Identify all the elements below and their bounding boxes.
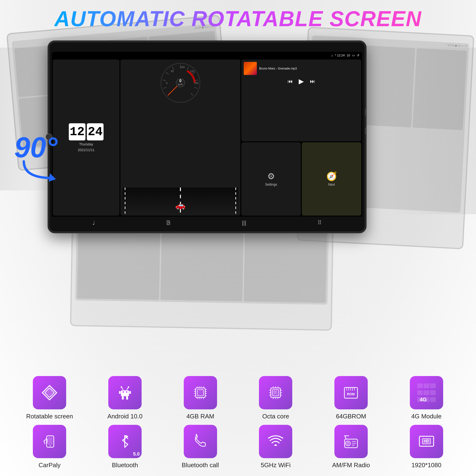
wifi-svg: [267, 434, 284, 449]
svg-point-33: [121, 386, 122, 388]
svg-rect-86: [352, 443, 356, 444]
degree-arrow: [19, 159, 67, 190]
svg-point-26: [126, 391, 127, 393]
features-section: Rotatable screen: [12, 376, 464, 474]
feature-icon-cpu: [259, 376, 292, 409]
status-home-icon: ⌂: [331, 53, 333, 57]
speedometer-svg: 0 60 100 120 160 0 km/h: [159, 61, 202, 104]
rom-svg: ROM: [343, 386, 359, 399]
svg-rect-27: [122, 396, 124, 400]
ram-svg: [192, 384, 209, 401]
nav-music-icon[interactable]: ♩: [92, 220, 95, 226]
svg-text:120: 120: [190, 70, 194, 73]
music-controls[interactable]: ⏮ ▶ ⏭: [244, 77, 359, 85]
svg-line-88: [345, 436, 346, 439]
speed-widget: 0 60 100 120 160 0 km/h 🚗: [120, 60, 240, 216]
svg-rect-24: [121, 390, 129, 396]
right-button-1[interactable]: [365, 108, 366, 116]
feature-radio: AM/FM Radio: [319, 425, 383, 469]
music-track: Bruno Mars - Grenade.mp3: [259, 67, 297, 70]
feature-icon-android: [108, 376, 142, 409]
bt-version-badge: 5.0: [133, 451, 140, 457]
feature-rom: ROM 64GBROM: [319, 376, 383, 420]
feature-carplay: CarPaly: [17, 425, 82, 469]
music-info: Bruno Mars - Grenade.mp3: [244, 62, 359, 75]
nav-apps-icon[interactable]: ⠿: [318, 220, 322, 226]
clock-digits: 12 24: [69, 123, 103, 140]
status-back-icon: ↺: [357, 53, 359, 57]
feature-ram: 4GB RAM: [168, 376, 233, 420]
svg-rect-67: [274, 391, 275, 392]
feature-label-4g: 4G Module: [411, 413, 442, 420]
features-row-1: Rotatable screen: [12, 376, 464, 420]
svg-rect-36: [197, 390, 204, 396]
feature-icon-carplay: [33, 425, 66, 458]
feature-icon-wifi: [259, 425, 292, 458]
svg-text:HD: HD: [424, 439, 429, 443]
feature-label-android: Android 10.0: [107, 413, 142, 420]
nav-equalizer-icon[interactable]: |||: [242, 220, 246, 226]
feature-label-ram: 4GB RAM: [186, 413, 214, 420]
svg-point-80: [50, 445, 51, 446]
feature-4g: 4G 4G Module: [394, 376, 459, 420]
svg-text:160: 160: [194, 82, 199, 85]
feature-icon-bluetooth: 5.0: [108, 425, 142, 458]
main-device: ⌂ * 12:24 10 ▭ ↺ 12 24 Thursday 2021/11/…: [48, 40, 367, 233]
svg-text:60: 60: [171, 70, 174, 73]
svg-point-83: [346, 441, 350, 446]
feature-hd: HD 1920*1080: [394, 425, 459, 469]
feature-label-hd: 1920*1080: [411, 461, 442, 469]
btcall-svg: [192, 434, 208, 449]
svg-text:0: 0: [166, 82, 168, 85]
car-icon: 🚗: [175, 200, 186, 210]
feature-btcall: Bluetooth call: [168, 425, 233, 469]
status-bar: ⌂ * 12:24 10 ▭ ↺: [52, 52, 362, 59]
nav-bluetooth-icon[interactable]: 𝔹: [166, 219, 171, 227]
svg-text:100: 100: [180, 66, 185, 68]
svg-text:0: 0: [179, 79, 182, 83]
svg-rect-69: [274, 392, 275, 394]
settings-tile[interactable]: ⚙ Settings: [241, 142, 301, 216]
feature-icon-rotatable: [33, 376, 66, 409]
clock-day: Thursday: [79, 142, 93, 146]
feature-label-rotatable: Rotatable screen: [26, 413, 73, 420]
feature-icon-hd: HD: [410, 425, 443, 458]
screen-content: ⌂ * 12:24 10 ▭ ↺ 12 24 Thursday 2021/11/…: [52, 52, 362, 229]
prev-button[interactable]: ⏮: [288, 78, 293, 85]
svg-rect-29: [119, 391, 121, 394]
feature-label-radio: AM/FM Radio: [332, 461, 370, 469]
svg-rect-28: [126, 396, 128, 400]
right-button-2[interactable]: [365, 127, 366, 135]
feature-cpu: Octa core: [243, 376, 308, 420]
album-art: [244, 62, 257, 75]
feature-label-btcall: Bluetooth call: [182, 461, 219, 469]
next-button[interactable]: ⏭: [310, 78, 315, 85]
carplay-svg: [42, 434, 57, 449]
svg-point-84: [347, 442, 349, 444]
svg-rect-68: [275, 391, 276, 392]
radio-svg: [343, 434, 359, 449]
svg-rect-79: [48, 437, 52, 445]
clock-hour: 12: [69, 123, 85, 140]
play-button[interactable]: ▶: [299, 77, 304, 85]
feature-label-cpu: Octa core: [262, 413, 289, 420]
feature-rotatable: Rotatable screen: [17, 376, 82, 420]
svg-text:km/h: km/h: [178, 83, 183, 86]
car-road: 🚗: [122, 187, 238, 214]
status-battery-icon: ▭: [352, 53, 355, 57]
feature-icon-btcall: [184, 425, 217, 458]
feature-label-rom: 64GBROM: [336, 413, 366, 420]
feature-icon-ram: [184, 376, 217, 409]
navi-tile[interactable]: 🧭 Navi: [302, 142, 361, 216]
cpu-svg: [267, 384, 284, 401]
svg-rect-85: [352, 441, 356, 442]
clock-minute: 24: [87, 123, 103, 140]
svg-rect-70: [275, 392, 276, 394]
feature-icon-radio: [334, 425, 368, 458]
nav-bar: ♩ 𝔹 ||| ⠿: [52, 217, 362, 229]
feature-label-wifi: 5GHz WiFi: [261, 461, 290, 469]
svg-rect-30: [129, 391, 131, 394]
svg-text:ROM: ROM: [347, 392, 355, 396]
feature-icon-4g: 4G: [410, 376, 443, 409]
status-bt: * 12:24: [335, 53, 345, 57]
